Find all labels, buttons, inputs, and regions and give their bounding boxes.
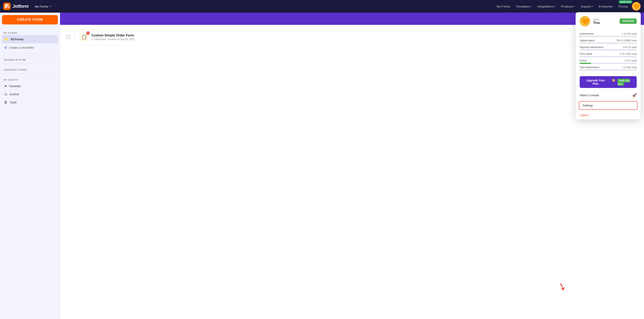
nav-pricing[interactable]: Pricing — [616, 4, 630, 9]
dropdown-avatar-emoji: 🧡 — [581, 18, 589, 25]
admin-console-label: Admin Console — [580, 94, 599, 97]
sidebar-item-trash[interactable]: 🗑 Trash — [2, 98, 58, 106]
settings-item[interactable]: Settings — [579, 101, 638, 110]
submissions-progress-fill — [580, 36, 580, 37]
total-progress-bg — [580, 70, 637, 71]
products-chevron-icon: ▾ — [574, 5, 575, 8]
rocket-icon: 🚀 — [632, 93, 637, 98]
my-drafts-label: MY DRAFTS — [2, 77, 58, 82]
support-chevron-icon: ▾ — [592, 5, 593, 8]
submissions-progress-bg — [580, 36, 637, 37]
trash-icon: 🗑 — [4, 100, 8, 104]
user-dropdown-panel: 🧡 Hello, Tina STARTER Submissions 1 of 1… — [576, 12, 641, 119]
divider-3 — [2, 74, 58, 74]
jotform-logo-icon — [3, 3, 10, 10]
sidebar-item-all-forms[interactable]: 📁 All Forms — [2, 35, 58, 43]
templates-chevron-icon: ▾ — [531, 5, 532, 8]
logout-label: Logout — [580, 114, 588, 117]
form-meta: 1 Submission. Created on Sep 24, 2022 — [92, 38, 638, 41]
upload-progress-bg — [580, 42, 637, 44]
top-navigation: Jotform My Forms ▼ My Forms Templates ▾ … — [0, 0, 644, 12]
stat-submissions-value: 1 of 100 used — [622, 32, 637, 35]
dropdown-user-info: Hello, Tina — [593, 18, 617, 25]
stat-submissions-label: Submissions — [580, 32, 594, 35]
archive-label: Archive — [10, 93, 19, 96]
stat-views-value: 0 of 1,000 used — [620, 52, 637, 55]
stat-total-value: 1 of 500 used — [622, 66, 637, 69]
favorite-star-button[interactable]: ☆ — [73, 34, 77, 40]
stat-upload-value: 0B of 100MB used — [616, 39, 637, 42]
integrations-chevron-icon: ▾ — [554, 5, 555, 8]
stat-upload-label: Upload space — [580, 39, 594, 42]
notification-badge: 1 — [86, 31, 90, 35]
nav-my-forms[interactable]: My Forms — [494, 4, 513, 9]
nav-links: My Forms Templates ▾ Integrations ▾ Prod… — [494, 4, 630, 9]
forms-progress-bg — [580, 63, 637, 64]
stat-submissions: Submissions 1 of 100 used — [580, 32, 637, 37]
star-icon: ★ — [4, 84, 7, 88]
assigned-forms-label: ASSIGNED FORMS — [2, 67, 58, 72]
nav-templates[interactable]: Templates ▾ — [514, 4, 534, 9]
chevron-down-icon: ▼ — [50, 5, 52, 8]
create-form-button[interactable]: CREATE FORM — [2, 15, 58, 24]
purple-toolbar: ⇅ Sort — [60, 12, 644, 25]
logo-text: Jotform — [12, 4, 28, 9]
user-name: Tina — [593, 21, 617, 25]
nav-enterprise[interactable]: Enterprise — [596, 4, 615, 9]
payment-progress-bg — [580, 49, 637, 50]
form-info: Custom Simple Order Form 1 Submission. C… — [92, 34, 638, 41]
stat-payment-submissions: Payment submissions 0 of 10 used — [580, 46, 637, 50]
nav-integrations[interactable]: Integrations ▾ — [535, 4, 558, 9]
stat-payment-label: Payment submissions — [580, 46, 604, 49]
stat-payment-value: 0 of 10 used — [623, 46, 637, 49]
sidebar-item-create-folder[interactable]: ⊕ Create a new folder — [2, 43, 58, 52]
user-avatar-button[interactable]: 🧡 — [632, 2, 641, 11]
upgrade-plan-button[interactable]: Upgrade Your Plan 🎨 SAVE 50% Now — [580, 76, 637, 88]
my-forms-nav-button[interactable]: My Forms ▼ — [32, 4, 54, 9]
forms-progress-fill — [580, 63, 591, 64]
create-folder-label: Create a new folder — [9, 46, 34, 49]
stat-forms-value: 1 of 5 used — [625, 59, 637, 62]
nav-support[interactable]: Support ▾ — [578, 4, 596, 9]
stat-total-label: Total Submissions — [580, 66, 600, 69]
stat-views-label: Form views — [580, 52, 592, 55]
save50-badge: SAVE 50% Now — [617, 79, 630, 86]
logo-area[interactable]: Jotform — [3, 3, 28, 10]
sidebar-item-favorites[interactable]: ★ Favorites — [2, 82, 58, 90]
dropdown-header: 🧡 Hello, Tina STARTER — [576, 12, 641, 30]
all-forms-label: All Forms — [10, 38, 24, 41]
form-icon-wrap: 📋 1 — [80, 32, 88, 42]
dropdown-avatar: 🧡 — [580, 16, 590, 26]
upgrade-label: Upgrade Your Plan — [583, 79, 608, 85]
divider-1 — [2, 54, 58, 54]
nav-products[interactable]: Products ▾ — [558, 4, 577, 9]
menu-divider — [576, 100, 641, 101]
stat-total-submissions: Total Submissions 1 of 500 used — [580, 66, 637, 71]
greeting-text: Hello, — [593, 18, 617, 21]
views-progress-bg — [580, 56, 637, 57]
logout-item[interactable]: Logout — [576, 111, 641, 119]
divider-2 — [2, 64, 58, 64]
sidebar: CREATE FORM MY FORMS 📁 All Forms ⊕ Creat… — [0, 12, 60, 319]
trash-label: Trash — [10, 101, 17, 104]
favorites-label: Favorites — [9, 84, 21, 88]
my-forms-nav-label: My Forms — [34, 5, 48, 8]
app-layout: CREATE FORM MY FORMS 📁 All Forms ⊕ Creat… — [0, 12, 644, 319]
stat-upload-space: Upload space 0B of 100MB used — [580, 39, 637, 44]
sidebar-item-archive[interactable]: 🗂 Archive — [2, 90, 58, 98]
main-content: ⇅ Sort ☆ 📋 1 Custom Simple Order Form 1 … — [60, 12, 644, 319]
admin-console-item[interactable]: Admin Console 🚀 — [576, 90, 641, 100]
archive-icon: 🗂 — [4, 92, 8, 96]
stat-forms: Forms 1 of 5 used — [580, 59, 637, 64]
starter-badge-button[interactable]: STARTER — [620, 18, 637, 24]
folder-icon: 📁 — [4, 37, 8, 41]
shared-with-me-label: SHARED WITH ME — [2, 57, 58, 62]
add-folder-icon: ⊕ — [4, 46, 7, 50]
stat-form-views: Form views 0 of 1,000 used — [580, 52, 637, 57]
save-badge: SAVE 50% — [619, 0, 632, 4]
settings-label: Settings — [582, 104, 593, 107]
form-checkbox[interactable] — [66, 35, 70, 39]
upgrade-right: 🎨 SAVE 50% Now — [608, 79, 634, 85]
form-type-icon: 📋 — [82, 34, 87, 40]
form-title: Custom Simple Order Form — [92, 34, 638, 37]
